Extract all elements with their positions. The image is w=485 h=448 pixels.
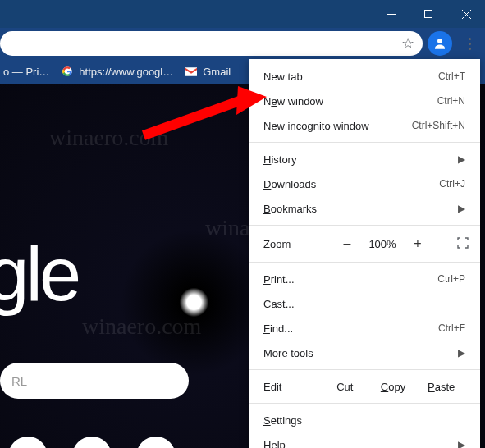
chrome-menu-button[interactable] bbox=[457, 31, 482, 56]
menu-separator bbox=[249, 225, 480, 226]
bookmark-label: Gmail bbox=[203, 66, 231, 78]
bookmark-item[interactable]: o — Pri… bbox=[3, 66, 49, 78]
menu-label: New window bbox=[263, 95, 323, 107]
menu-separator bbox=[249, 142, 480, 143]
menu-bookmarks[interactable]: Bookmarks ▶ bbox=[249, 196, 480, 221]
shortcut-winaero[interactable]: ✦ bbox=[8, 437, 48, 448]
menu-separator bbox=[249, 403, 480, 404]
menu-label: Print... bbox=[263, 273, 295, 286]
zoom-label: Zoom bbox=[263, 238, 329, 250]
shortcut-paypal[interactable] bbox=[136, 437, 176, 448]
menu-label: New tab bbox=[263, 71, 303, 83]
menu-label: History bbox=[263, 153, 296, 166]
zoom-out-button[interactable]: – bbox=[337, 236, 357, 251]
menu-label: Cast... bbox=[263, 298, 295, 310]
search-placeholder: RL bbox=[11, 374, 27, 388]
menu-label: Downloads bbox=[263, 178, 316, 190]
profile-button[interactable] bbox=[428, 31, 452, 56]
menu-zoom: Zoom – 100% + bbox=[249, 230, 480, 258]
shortcut-label: Ctrl+T bbox=[438, 71, 465, 82]
close-button[interactable] bbox=[447, 0, 485, 28]
menu-print[interactable]: Print... Ctrl+P bbox=[249, 267, 480, 291]
fullscreen-button[interactable] bbox=[457, 237, 469, 251]
toolbar: ☆ bbox=[0, 28, 485, 59]
shortcut-label: Ctrl+Shift+N bbox=[412, 120, 465, 131]
paste-button[interactable]: Paste bbox=[417, 381, 465, 393]
menu-label: Settings bbox=[263, 414, 302, 427]
menu-label: Help bbox=[263, 439, 286, 449]
chevron-right-icon: ▶ bbox=[458, 439, 465, 448]
bookmark-item[interactable]: https://www.googl… bbox=[61, 65, 173, 78]
chrome-menu: New tab Ctrl+T New window Ctrl+N New inc… bbox=[249, 59, 480, 448]
menu-cast[interactable]: Cast... bbox=[249, 291, 480, 316]
menu-label: Find... bbox=[263, 322, 293, 335]
zoom-in-button[interactable]: + bbox=[408, 236, 428, 251]
google-favicon-icon bbox=[61, 65, 74, 78]
menu-separator bbox=[249, 369, 480, 370]
chevron-right-icon: ▶ bbox=[458, 203, 465, 214]
window-titlebar bbox=[0, 0, 485, 28]
copy-button[interactable]: Copy bbox=[369, 381, 418, 393]
bookmark-label: https://www.googl… bbox=[79, 66, 173, 78]
watermark: winaero.com bbox=[49, 125, 168, 151]
menu-new-window[interactable]: New window Ctrl+N bbox=[249, 89, 480, 113]
bookmark-item[interactable]: Gmail bbox=[185, 65, 231, 78]
google-logo: oogle bbox=[0, 231, 78, 318]
bookmark-star-icon[interactable]: ☆ bbox=[401, 34, 414, 53]
menu-separator bbox=[249, 262, 480, 263]
zoom-value: 100% bbox=[365, 238, 400, 250]
menu-downloads[interactable]: Downloads Ctrl+J bbox=[249, 171, 480, 196]
menu-new-tab[interactable]: New tab Ctrl+T bbox=[249, 64, 480, 89]
gmail-favicon-icon bbox=[185, 65, 198, 78]
svg-rect-1 bbox=[425, 11, 432, 18]
menu-more-tools[interactable]: More tools ▶ bbox=[249, 341, 480, 365]
shortcut-label: Ctrl+P bbox=[437, 273, 465, 285]
maximize-button[interactable] bbox=[410, 0, 447, 28]
menu-label: Bookmarks bbox=[263, 203, 317, 215]
bookmark-label: o — Pri… bbox=[3, 66, 49, 78]
svg-point-4 bbox=[437, 39, 442, 43]
menu-find[interactable]: Find... Ctrl+F bbox=[249, 316, 480, 341]
google-search-input[interactable]: RL bbox=[0, 363, 189, 399]
watermark: winaero.com bbox=[82, 313, 201, 340]
chevron-right-icon: ▶ bbox=[458, 153, 465, 165]
menu-new-incognito[interactable]: New incognito window Ctrl+Shift+N bbox=[249, 113, 480, 138]
menu-help[interactable]: Help ▶ bbox=[249, 432, 480, 448]
menu-edit-row: Edit Cut Copy Paste bbox=[249, 374, 480, 399]
shortcut-label: Ctrl+F bbox=[438, 322, 465, 334]
menu-settings[interactable]: Settings bbox=[249, 408, 480, 432]
url-bar[interactable]: ☆ bbox=[0, 31, 423, 56]
minimize-button[interactable] bbox=[372, 0, 410, 28]
menu-label: New incognito window bbox=[263, 120, 369, 132]
cut-button[interactable]: Cut bbox=[321, 381, 369, 393]
menu-label: More tools bbox=[263, 347, 313, 359]
shortcut-label: Ctrl+N bbox=[437, 95, 465, 107]
edit-label: Edit bbox=[263, 381, 321, 393]
chevron-right-icon: ▶ bbox=[458, 347, 465, 359]
shortcut-youtube[interactable] bbox=[72, 437, 112, 448]
shortcuts-row: ✦ bbox=[8, 437, 176, 448]
menu-history[interactable]: History ▶ bbox=[249, 147, 480, 171]
shortcut-label: Ctrl+J bbox=[439, 178, 465, 190]
